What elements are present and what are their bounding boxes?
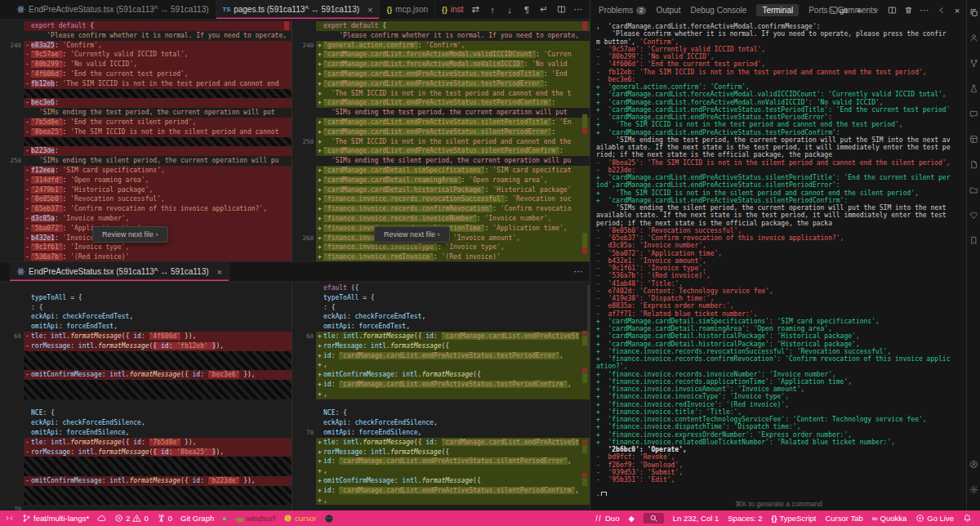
panel-tab-problems[interactable]: Problems2 bbox=[599, 6, 646, 15]
code-line: -'8e05b0': 'Revocation successful', bbox=[0, 194, 292, 204]
editor-tab[interactable]: TSpages.ts (591ca113^ ↔ 591ca113)× bbox=[216, 0, 381, 19]
diff-original-pane-pages[interactable]: export default { 'Please confirm whether… bbox=[0, 20, 292, 261]
status-item-duo[interactable]: Duo bbox=[594, 514, 619, 523]
editor-group-bottom: EndPreActiveStatus.tsx (591ca113^ ↔ 591c… bbox=[0, 262, 590, 512]
status-item-bell[interactable] bbox=[963, 514, 972, 523]
bookmark-icon[interactable] bbox=[969, 236, 978, 245]
up-button[interactable]: ↑ bbox=[488, 5, 497, 15]
more-button[interactable]: ⋯ bbox=[573, 266, 583, 277]
copy-icon[interactable] bbox=[969, 8, 978, 17]
status-item-git-graph[interactable]: Git Graph bbox=[180, 514, 214, 523]
fork-icon[interactable] bbox=[969, 59, 978, 68]
status-item-go-live[interactable]: Go Live bbox=[915, 514, 954, 523]
terminal-line: - bd9fcf: 'Revoke', bbox=[596, 453, 967, 461]
split-button[interactable] bbox=[887, 6, 897, 15]
diff-modified-pane-endpreactivestatus[interactable]: efault ({typeToAll = {: {eckApi: checkFo… bbox=[292, 282, 590, 511]
top-editor-actions: ⇄↑↓¶↵⋯ bbox=[464, 0, 590, 19]
terminal-line: + 'cardManage.cardList.endPreActiveStatu… bbox=[596, 174, 967, 181]
grid-icon[interactable] bbox=[969, 135, 978, 144]
termgit-button[interactable]: git bbox=[829, 6, 848, 15]
terminal-output[interactable]: , 'cardManage.cardList.forceActiveModal.… bbox=[590, 20, 967, 496]
editor-tab[interactable]: {}instruction2.json1 bbox=[435, 0, 464, 19]
code-line: -rorMessage: intl.formatMessage({ id: 'f… bbox=[0, 341, 292, 351]
terminal-line: - '80b299': 'No valid ICCID', bbox=[596, 53, 967, 60]
status-item-2[interactable]: 20 bbox=[114, 514, 149, 523]
problems-count-badge: 2 bbox=[636, 7, 646, 15]
trash-button[interactable] bbox=[903, 6, 913, 15]
status-item-quokka[interactable]: ∞Quokka bbox=[872, 514, 907, 523]
more-button[interactable]: ⋯ bbox=[920, 5, 929, 16]
panel-tab-output[interactable]: Output bbox=[656, 6, 680, 15]
code-line: -b223de: bbox=[0, 146, 292, 156]
editor-tab[interactable]: EndPreActiveStatus.tsx (591ca113^ ↔ 591c… bbox=[10, 262, 229, 281]
status-item-greendot[interactable]: ● bbox=[222, 515, 226, 523]
split-button[interactable] bbox=[556, 5, 566, 14]
file-icon[interactable] bbox=[969, 160, 978, 169]
review-next-file-button[interactable]: Review next file › bbox=[92, 226, 168, 243]
accountc-icon[interactable] bbox=[969, 460, 978, 469]
terminal-line: + 'finance.invoice.records.revocationSuc… bbox=[596, 348, 967, 355]
code-line: +rorMessage: intl.formatMessage({ bbox=[292, 341, 590, 351]
account-icon[interactable] bbox=[969, 33, 978, 42]
terminal-line: - '9c57ae': 'Currently valid ICCID total… bbox=[596, 46, 967, 53]
diff-modified-pane-pages[interactable]: export default { 'Please confirm whether… bbox=[292, 20, 590, 261]
status-item-cloud[interactable] bbox=[97, 514, 106, 523]
editor-tab[interactable]: {}mcp.json bbox=[380, 0, 435, 19]
code-line: NCE: { bbox=[0, 408, 292, 418]
status-item-remote[interactable] bbox=[5, 514, 14, 523]
overview-ruler-mark bbox=[582, 373, 587, 383]
comment-icon[interactable] bbox=[969, 109, 978, 118]
review-next-file-button[interactable]: Review next file › bbox=[374, 226, 450, 243]
gear-icon[interactable] bbox=[969, 485, 978, 494]
code-line: -d3c85a: 'Invoice number', bbox=[0, 214, 292, 224]
terminal-line: - b223de: bbox=[596, 167, 967, 174]
code-line: +'cardManage.cardList.forceActiveModal.n… bbox=[292, 60, 590, 69]
terminal-line: 'SIMs ending the silent period, the curr… bbox=[596, 204, 967, 212]
code-line: : { bbox=[292, 303, 590, 313]
chevdown-button[interactable] bbox=[871, 6, 880, 15]
atom-icon bbox=[16, 267, 25, 276]
overview-ruler-mark bbox=[582, 21, 587, 30]
status-item-spaces-2[interactable]: Spaces: 2 bbox=[728, 514, 762, 523]
panel-tab-ports[interactable]: Ports bbox=[808, 6, 827, 15]
panel-tab-debug-console[interactable]: Debug Console bbox=[690, 6, 746, 15]
editor-tab[interactable]: EndPreActiveStatus.tsx (591ca113^ ↔ 591c… bbox=[10, 0, 216, 19]
diff-original-pane-endpreactivestatus[interactable]: typeToAll = {: {eckApi: checkForceEndTes… bbox=[0, 282, 292, 511]
terminal-line: + 'cardManage.cardList.forceActiveModal.… bbox=[596, 91, 967, 98]
beaker-icon[interactable] bbox=[969, 84, 978, 93]
wrap-button[interactable]: ↵ bbox=[539, 4, 549, 15]
folder-icon[interactable] bbox=[969, 185, 978, 194]
code-line: 'SIMs ending the silent period, the curr… bbox=[292, 156, 590, 166]
heart-icon[interactable] bbox=[969, 211, 978, 220]
status-item-feat-multi-langs-[interactable]: feat/multi-langs* bbox=[22, 514, 89, 523]
panel-tab-terminal[interactable]: Terminal bbox=[756, 4, 799, 16]
status-item-magnifier[interactable] bbox=[644, 513, 664, 524]
status-item-0[interactable]: 0 bbox=[157, 514, 172, 523]
status-item-cursor-tab[interactable]: Cursor Tab bbox=[825, 514, 862, 523]
status-item-ln-232-col-1[interactable]: Ln 232, Col 1 bbox=[673, 514, 719, 523]
status-item-diamond[interactable]: ◆ bbox=[628, 514, 634, 523]
cursor-window: EndPreActiveStatus.tsx (591ca113^ ↔ 591c… bbox=[0, 0, 980, 526]
pilcrow-button[interactable]: ¶ bbox=[522, 5, 532, 15]
chevleft-button[interactable] bbox=[936, 6, 946, 15]
code-line: 'Please confirm whether it is normal. If… bbox=[0, 31, 292, 41]
closex-button[interactable]: × bbox=[952, 6, 962, 16]
terminal-line: - '939d53': 'Submit', bbox=[596, 469, 967, 476]
status-item-cursor[interactable]: cursor bbox=[283, 514, 316, 523]
status-item-windsurf[interactable]: windsurf bbox=[235, 514, 275, 523]
more-button[interactable]: ⋯ bbox=[573, 4, 583, 15]
status-item-circleface[interactable] bbox=[324, 514, 334, 524]
bell-icon bbox=[963, 514, 972, 523]
terminal-line: + 'finance.invoice.contentTechnologyServ… bbox=[596, 416, 967, 423]
code-line: -'8bea25': 'The SIM ICCID is not in the … bbox=[0, 127, 292, 137]
terminal-line: + 'cardManage.cardDetail.historicalPacka… bbox=[596, 341, 967, 348]
close-icon[interactable]: × bbox=[368, 5, 372, 15]
swap-button[interactable]: ⇄ bbox=[470, 4, 480, 15]
ts-icon: TS bbox=[223, 6, 231, 13]
overview-ruler-mark bbox=[582, 331, 587, 335]
plus-button[interactable]: + bbox=[854, 6, 864, 16]
terminal-line: available state. If the next state is th… bbox=[596, 212, 967, 219]
down-button[interactable]: ↓ bbox=[505, 5, 514, 15]
status-item-typescript[interactable]: {}TypeScript bbox=[772, 514, 817, 523]
close-icon[interactable]: × bbox=[217, 267, 222, 277]
